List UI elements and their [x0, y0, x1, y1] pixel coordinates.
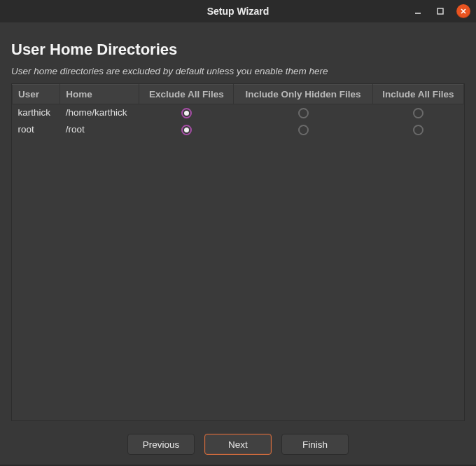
cell-exclude [139, 104, 234, 121]
cell-hidden [234, 104, 373, 121]
page-subtitle: User home directories are excluded by de… [11, 66, 465, 76]
setup-wizard-window: Setup Wizard User Home Directories User … [0, 0, 476, 466]
col-hidden[interactable]: Include Only Hidden Files [234, 85, 373, 104]
previous-button[interactable]: Previous [127, 434, 195, 455]
next-button[interactable]: Next [204, 434, 272, 455]
cell-home: /root [60, 121, 139, 138]
window-title: Setup Wizard [0, 6, 476, 17]
radio-hidden[interactable] [298, 108, 309, 118]
radio-hidden[interactable] [298, 125, 309, 135]
content-area: User Home Directories User home director… [0, 22, 476, 465]
page-title: User Home Directories [11, 41, 465, 59]
table-header-row: User Home Exclude All Files Include Only… [13, 85, 464, 104]
minimize-button[interactable] [412, 5, 424, 18]
users-table: User Home Exclude All Files Include Only… [12, 84, 464, 138]
radio-include[interactable] [413, 125, 424, 135]
col-user[interactable]: User [13, 85, 60, 104]
cell-hidden [234, 121, 373, 138]
cell-include [372, 104, 463, 121]
maximize-button[interactable] [434, 5, 447, 18]
cell-exclude [139, 121, 234, 138]
titlebar: Setup Wizard [0, 0, 476, 22]
radio-exclude[interactable] [181, 108, 192, 118]
wizard-footer: Previous Next Finish [11, 421, 465, 458]
table-row: karthick/home/karthick [13, 104, 464, 121]
radio-exclude[interactable] [181, 125, 192, 135]
cell-user: root [13, 121, 60, 138]
window-controls [412, 0, 470, 22]
finish-button[interactable]: Finish [281, 434, 349, 455]
cell-include [372, 121, 463, 138]
close-button[interactable] [456, 4, 470, 18]
cell-user: karthick [13, 104, 60, 121]
cell-home: /home/karthick [60, 104, 139, 121]
users-table-container: User Home Exclude All Files Include Only… [11, 83, 465, 421]
col-home[interactable]: Home [60, 85, 139, 104]
svg-rect-1 [438, 8, 443, 14]
radio-include[interactable] [413, 108, 424, 118]
col-include[interactable]: Include All Files [372, 85, 463, 104]
table-row: root/root [13, 121, 464, 138]
col-exclude[interactable]: Exclude All Files [139, 85, 234, 104]
